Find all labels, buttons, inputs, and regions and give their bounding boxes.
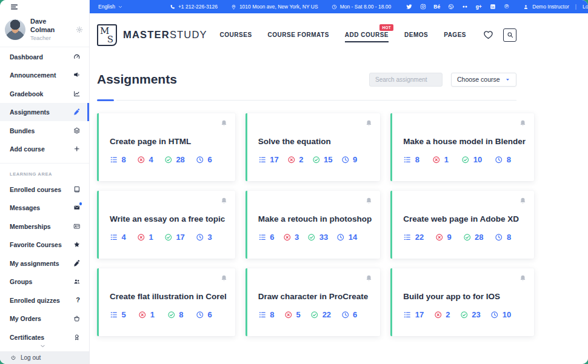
sidebar-logout-button[interactable]: Log out (0, 351, 89, 364)
sidebar-item-memberships[interactable]: Memberships (0, 217, 89, 236)
assignment-title: Create web page in Adobe XD (403, 214, 526, 223)
course-filter-select[interactable]: Choose course (451, 73, 516, 87)
check-circle-icon (463, 233, 472, 242)
nav-item-course-formats[interactable]: COURSE FORMATS (268, 31, 329, 38)
clock-icon (495, 156, 503, 164)
sidebar-item-my-assignments[interactable]: My assignments (0, 254, 89, 273)
sidebar-menu: DashboardAnnouncementGradebookAssignment… (0, 47, 89, 158)
account-name-link[interactable]: Demo Instructor (532, 4, 569, 10)
stat-cross-circle: 4 (137, 155, 153, 164)
twitter-icon[interactable] (406, 4, 412, 10)
sidebar-item-enrolled-quizzes[interactable]: Enrolled quizzes? (0, 291, 89, 309)
stat-cross-circle: 1 (137, 233, 153, 242)
hamburger-icon (10, 3, 18, 11)
sidebar-item-gradebook[interactable]: Gradebook (0, 84, 89, 103)
stat-cross-circle: 9 (435, 233, 452, 242)
course-filter-label: Choose course (457, 76, 500, 83)
profile-block: Dave Colman Teacher (0, 13, 89, 47)
assignment-card-create-web-page-in-adobe-xd[interactable]: Create web page in Adobe XD229288 (390, 191, 534, 259)
sidebar-item-favorite-courses[interactable]: Favorite Courses (0, 236, 89, 254)
nav-item-pages[interactable]: PAGES (444, 31, 466, 38)
assignment-card-create-page-in-html[interactable]: Create page in HTML84286 (97, 113, 235, 181)
language-selector[interactable]: English (98, 4, 122, 10)
sidebar-item-announcement[interactable]: Announcement (0, 66, 89, 85)
chevron-down-icon (118, 5, 122, 9)
sidebar-item-messages[interactable]: Messages (0, 199, 89, 217)
sidebar-item-my-orders[interactable]: My Orders (0, 309, 89, 328)
clock-icon (196, 156, 204, 164)
sidebar-item-dashboard[interactable]: Dashboard (0, 47, 89, 66)
cross-circle-icon (283, 233, 292, 242)
power-icon (10, 355, 16, 361)
pinterest-icon[interactable]: ℗ (503, 4, 510, 10)
hours-info: Mon - Sat 8.00 - 18.00 (332, 4, 392, 10)
award-icon (73, 334, 81, 341)
sidebar-item-assignments[interactable]: Assignments (0, 103, 89, 122)
assignment-title: Build your app to for IOS (403, 292, 526, 301)
stat-clock: 6 (196, 310, 212, 319)
phone-number: +1 212-226-3126 (178, 4, 218, 10)
linkedin-icon[interactable] (489, 4, 496, 10)
dribbble-icon[interactable] (447, 4, 454, 10)
flickr-icon[interactable] (461, 4, 468, 10)
hot-badge: HOT (379, 24, 393, 31)
search-assignment-input[interactable] (369, 73, 443, 87)
sidebar-item-bundles[interactable]: Bundles (0, 121, 89, 140)
stat-cross-circle: 1 (432, 155, 449, 164)
caret-down-icon (505, 77, 510, 82)
cross-circle-icon (435, 233, 444, 242)
list-icon (258, 311, 267, 319)
sidebar-toggle[interactable] (0, 0, 89, 13)
sidebar-item-add-course[interactable]: Add course (0, 140, 89, 159)
topbar-logout-link[interactable]: Log out (583, 4, 588, 10)
stat-clock: 8 (495, 233, 511, 242)
assignment-title: Create flat illustration in Corel (110, 292, 227, 301)
envelope-icon (73, 204, 81, 211)
clock-icon (341, 311, 350, 319)
behance-icon[interactable]: Bé (433, 4, 440, 10)
assignment-card-build-your-app-to-for-ios[interactable]: Build your app to for IOS1722310 (390, 268, 534, 336)
profile-name: Dave Colman (30, 18, 71, 35)
header-search-button[interactable] (503, 28, 516, 42)
hours-text: Mon - Sat 8.00 - 18.00 (340, 4, 392, 10)
bell-icon (220, 274, 228, 282)
person-icon (523, 4, 529, 10)
sidebar-section-label: LEARNING AREA (0, 163, 89, 180)
cross-circle-icon (137, 233, 145, 242)
assignment-card-make-a-house-model-in-blender[interactable]: Make a house model in Blender81108 (390, 113, 534, 181)
stat-check-circle: 22 (310, 310, 331, 319)
stat-list: 22 (403, 233, 424, 242)
site-header: M S MASTERSTUDY COURSESCOURSE FORMATSADD… (90, 13, 588, 56)
google-plus-icon[interactable]: g+ (475, 4, 482, 10)
sidebar-item-groups[interactable]: Groups (0, 273, 89, 291)
contact-info: +1 212-226-3126 1010 Moon ave, New York,… (170, 4, 391, 10)
assignment-card-make-a-retouch-in-photoshop[interactable]: Make a retouch in photoshop633314 (246, 191, 381, 259)
phone-info[interactable]: +1 212-226-3126 (170, 4, 218, 10)
settings-gear-icon[interactable] (76, 26, 83, 33)
nav-item-add-course[interactable]: ADD COURSEHOT (345, 31, 389, 38)
assignment-card-create-flat-illustration-in-corel[interactable]: Create flat illustration in Corel5186 (97, 268, 235, 336)
bell-icon (519, 197, 527, 205)
stat-cross-circle: 5 (284, 310, 301, 319)
assignments-grid: Create page in HTML84286Solve the equati… (97, 113, 516, 336)
assignment-card-solve-the-equation[interactable]: Solve the equation172159 (246, 113, 381, 181)
logo-monogram: M S (97, 24, 117, 46)
nav-item-demos[interactable]: DEMOS (404, 31, 428, 38)
list-icon (110, 311, 118, 319)
logo[interactable]: M S MASTERSTUDY (97, 24, 207, 46)
bell-icon (365, 197, 373, 205)
basket-icon (73, 315, 81, 322)
assignment-card-draw-character-in-procreate[interactable]: Draw character in ProCreate85226 (246, 268, 381, 336)
sidebar-item-enrolled-courses[interactable]: Enrolled courses (0, 180, 89, 199)
instagram-icon[interactable] (419, 4, 426, 10)
wishlist-heart-icon[interactable] (483, 30, 493, 40)
phone-icon (170, 4, 175, 10)
assignment-card-write-an-essay-on-a-free-topic[interactable]: Write an essay on a free topic41173 (97, 191, 235, 259)
stat-clock: 14 (336, 233, 357, 242)
sidebar-scroll-chevron-icon[interactable] (40, 343, 45, 349)
account-divider: | (575, 4, 576, 10)
nav-item-courses[interactable]: COURSES (220, 31, 252, 38)
cross-circle-icon (138, 311, 147, 319)
list-icon (258, 233, 267, 242)
cross-circle-icon (434, 311, 443, 319)
